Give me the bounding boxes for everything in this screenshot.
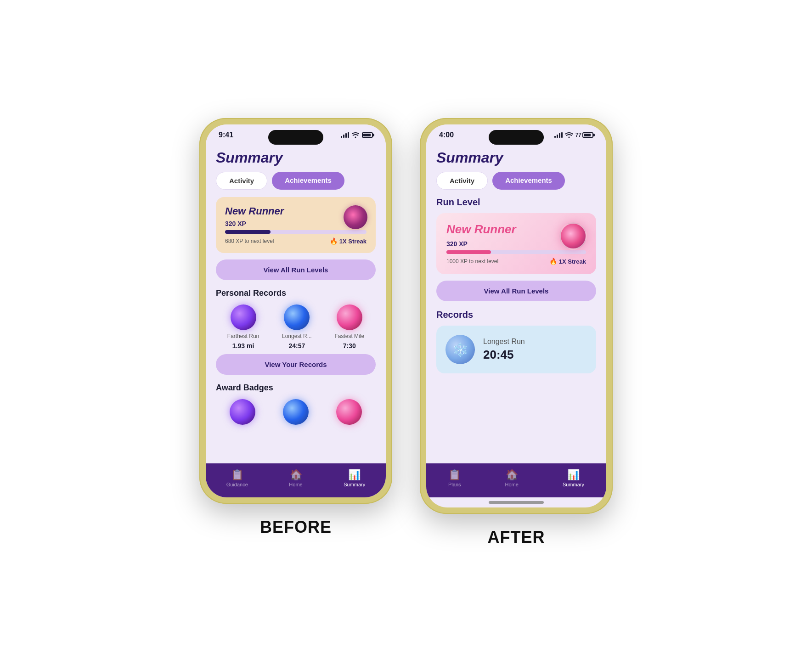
after-flame-icon: 🔥	[549, 258, 557, 265]
after-home-indicator	[489, 501, 544, 504]
before-summary-label: Summary	[344, 482, 365, 487]
after-page-title: Summary	[436, 142, 596, 172]
before-farthest-name: Farthest Run	[227, 333, 259, 339]
before-xp-card: New Runner 320 XP 680 XP to next level 🔥…	[216, 197, 376, 253]
before-tabs: Activity Achievements	[216, 172, 376, 190]
svg-rect-4	[554, 136, 556, 138]
after-tabs: Activity Achievements	[436, 172, 596, 190]
before-record-fastest: Fastest Mile 7:30	[334, 304, 364, 349]
after-snowflake-icon: ❄️	[452, 342, 468, 357]
after-nav-plans[interactable]: 📋 Plans	[448, 470, 461, 487]
before-fastest-name: Fastest Mile	[334, 333, 364, 339]
after-streak-label: 1X Streak	[559, 258, 586, 265]
before-label: BEFORE	[260, 518, 332, 537]
before-award-badges-heading: Award Badges	[216, 383, 376, 393]
before-tab-achievements[interactable]: Achievements	[272, 172, 344, 190]
before-home-label: Home	[289, 482, 302, 487]
before-fastest-value: 7:30	[343, 342, 356, 349]
after-time: 4:00	[439, 131, 454, 139]
before-fastest-badge	[337, 304, 362, 330]
after-home-label: Home	[505, 482, 519, 487]
after-plans-icon: 📋	[448, 470, 461, 480]
before-xp-footer: 680 XP to next level 🔥 1X Streak	[225, 237, 367, 245]
after-status-icons: 77	[554, 132, 593, 138]
before-personal-records-heading: Personal Records	[216, 288, 376, 298]
after-wifi-icon	[565, 132, 573, 138]
after-label: AFTER	[488, 528, 545, 547]
after-record-name: Longest Run	[483, 338, 525, 346]
signal-icon	[341, 132, 349, 138]
before-guidance-label: Guidance	[226, 482, 248, 487]
after-xp-fill	[446, 250, 491, 254]
before-record-longest: Longest R... 24:57	[282, 304, 312, 349]
svg-rect-6	[559, 133, 560, 138]
before-flame-icon: 🔥	[330, 237, 338, 245]
before-section: 9:41	[199, 118, 392, 537]
after-xp-footer: 1000 XP to next level 🔥 1X Streak	[446, 258, 586, 265]
before-streak-badge: 🔥 1X Streak	[330, 237, 367, 245]
after-record-value: 20:45	[483, 348, 525, 362]
after-record-badge: ❄️	[445, 335, 475, 364]
after-tab-achievements[interactable]: Achievements	[492, 172, 565, 190]
before-screen-content: Summary Activity Achievements New Runner…	[206, 142, 386, 463]
before-summary-icon: 📊	[348, 470, 361, 480]
before-view-records-btn[interactable]: View Your Records	[216, 354, 376, 375]
before-longest-badge	[284, 304, 310, 330]
after-nav-home[interactable]: 🏠 Home	[505, 470, 519, 487]
svg-rect-0	[341, 136, 342, 138]
before-award-badge-pink	[336, 399, 362, 425]
before-award-badge-blue	[283, 399, 309, 425]
after-run-level-heading: Run Level	[436, 197, 596, 208]
before-farthest-value: 1.93 mi	[232, 342, 254, 349]
before-xp-next: 680 XP to next level	[225, 238, 274, 244]
before-guidance-icon: 📋	[231, 470, 243, 480]
before-view-run-levels-btn[interactable]: View All Run Levels	[216, 259, 376, 280]
before-xp-fill	[225, 230, 271, 234]
before-longest-name: Longest R...	[282, 333, 312, 339]
after-section: 4:00 77	[420, 118, 613, 547]
svg-rect-1	[343, 135, 344, 138]
after-xp-bar	[446, 250, 586, 254]
before-award-badge-3	[336, 399, 362, 425]
svg-rect-7	[561, 132, 563, 138]
after-streak-badge: 🔥 1X Streak	[549, 258, 586, 265]
svg-rect-3	[348, 132, 349, 138]
after-battery-container: 77	[575, 132, 593, 138]
after-summary-label: Summary	[563, 482, 584, 487]
after-record-info: Longest Run 20:45	[483, 338, 525, 362]
before-award-badge-purple	[230, 399, 255, 425]
after-record-card: ❄️ Longest Run 20:45	[436, 326, 596, 373]
before-longest-value: 24:57	[288, 342, 305, 349]
after-summary-icon: 📊	[567, 470, 580, 480]
before-nav-summary[interactable]: 📊 Summary	[344, 470, 365, 487]
svg-rect-2	[345, 133, 347, 138]
before-dynamic-island	[268, 130, 323, 145]
svg-rect-5	[557, 135, 558, 138]
before-tab-activity[interactable]: Activity	[216, 172, 267, 190]
before-nav-home[interactable]: 🏠 Home	[289, 470, 302, 487]
after-xp-card: New Runner 320 XP 1000 XP to next level …	[436, 213, 596, 274]
after-home-icon: 🏠	[506, 470, 518, 480]
battery-icon	[362, 132, 373, 138]
before-status-icons	[341, 132, 373, 138]
wifi-icon	[352, 132, 359, 138]
after-records-heading: Records	[436, 310, 596, 320]
before-time: 9:41	[219, 131, 233, 139]
before-runner-badge	[344, 205, 367, 229]
before-home-icon: 🏠	[290, 470, 302, 480]
before-award-badges-grid	[216, 399, 376, 425]
after-view-run-levels-btn[interactable]: View All Run Levels	[436, 281, 596, 301]
before-award-badge-1	[230, 399, 255, 425]
before-page-title: Summary	[216, 142, 376, 172]
after-status-bar: 4:00 77	[426, 124, 606, 142]
before-streak-label: 1X Streak	[339, 238, 367, 245]
after-tab-activity[interactable]: Activity	[436, 172, 488, 190]
after-signal-icon	[554, 132, 563, 138]
after-bottom-nav: 📋 Plans 🏠 Home 📊 Summary	[426, 463, 606, 497]
before-award-badge-2	[283, 399, 309, 425]
after-dynamic-island	[489, 130, 544, 145]
before-bottom-nav: 📋 Guidance 🏠 Home 📊 Summary	[206, 463, 386, 497]
after-nav-summary[interactable]: 📊 Summary	[563, 470, 584, 487]
after-runner-badge	[559, 222, 587, 250]
before-nav-guidance[interactable]: 📋 Guidance	[226, 470, 248, 487]
